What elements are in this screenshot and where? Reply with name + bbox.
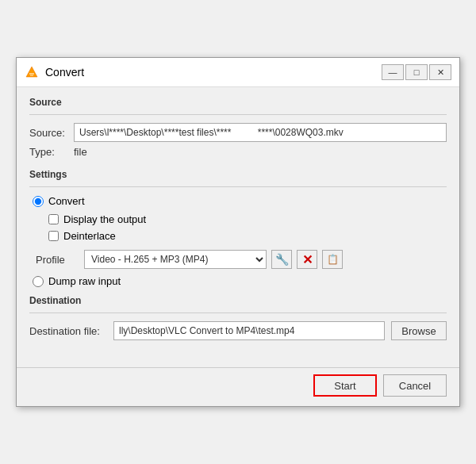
browse-button[interactable]: Browse [391, 321, 447, 340]
minimize-button[interactable]: — [382, 64, 404, 80]
source-field-row: Source: [29, 123, 447, 142]
window-controls: — □ ✕ [382, 64, 451, 80]
convert-window: Convert — □ ✕ Source Source: Type: file … [16, 57, 460, 407]
deinterlace-label[interactable]: Deinterlace [63, 230, 116, 242]
deinterlace-row: Deinterlace [29, 230, 447, 242]
type-value: file [74, 146, 87, 158]
close-button[interactable]: ✕ [429, 64, 451, 80]
convert-radio-row: Convert [29, 195, 447, 207]
settings-divider [29, 186, 447, 187]
footer: Start Cancel [17, 367, 459, 406]
profile-select[interactable]: Video - H.265 + MP3 (MP4) Video - H.264 … [84, 250, 267, 269]
dest-file-label: Destination file: [29, 325, 107, 337]
display-output-label[interactable]: Display the output [63, 213, 146, 225]
main-content: Source Source: Type: file Settings Conve… [17, 87, 459, 364]
new-profile-button[interactable]: 📋 [322, 250, 343, 269]
title-bar: Convert — □ ✕ [17, 58, 459, 87]
window-title: Convert [45, 66, 375, 79]
settings-section-label: Settings [29, 169, 447, 180]
new-profile-icon: 📋 [327, 254, 339, 265]
delete-profile-button[interactable]: ✕ [297, 250, 317, 269]
cancel-button[interactable]: Cancel [383, 374, 447, 397]
convert-radio-label[interactable]: Convert [48, 195, 85, 207]
start-button[interactable]: Start [313, 374, 377, 397]
dump-raw-label[interactable]: Dump raw input [48, 275, 121, 287]
source-divider [29, 114, 447, 115]
display-output-checkbox[interactable] [48, 214, 59, 224]
svg-rect-2 [30, 75, 33, 77]
wrench-icon: 🔧 [275, 253, 289, 266]
type-label: Type: [29, 146, 69, 158]
maximize-button[interactable]: □ [405, 64, 428, 80]
settings-section: Settings Convert Display the output Dein… [29, 169, 447, 287]
dump-raw-row: Dump raw input [29, 275, 447, 287]
destination-section: Destination Destination file: Browse [29, 295, 447, 340]
deinterlace-checkbox[interactable] [48, 231, 59, 241]
profile-label: Profile [36, 254, 79, 266]
source-section-label: Source [29, 97, 447, 108]
display-output-row: Display the output [29, 213, 447, 225]
dump-raw-radio[interactable] [33, 276, 44, 287]
edit-profile-button[interactable]: 🔧 [271, 250, 292, 269]
vlc-icon [25, 65, 39, 79]
source-label: Source: [29, 127, 69, 139]
svg-rect-1 [29, 73, 34, 75]
destination-divider [29, 313, 447, 313]
destination-section-label: Destination [29, 295, 447, 306]
source-section: Source Source: Type: file [29, 97, 447, 158]
type-field-row: Type: file [29, 146, 447, 158]
delete-icon: ✕ [302, 252, 313, 267]
destination-input[interactable] [113, 321, 385, 340]
source-input[interactable] [74, 123, 447, 142]
destination-row: Destination file: Browse [29, 321, 447, 340]
profile-row: Profile Video - H.265 + MP3 (MP4) Video … [29, 250, 447, 269]
convert-radio[interactable] [33, 196, 44, 207]
